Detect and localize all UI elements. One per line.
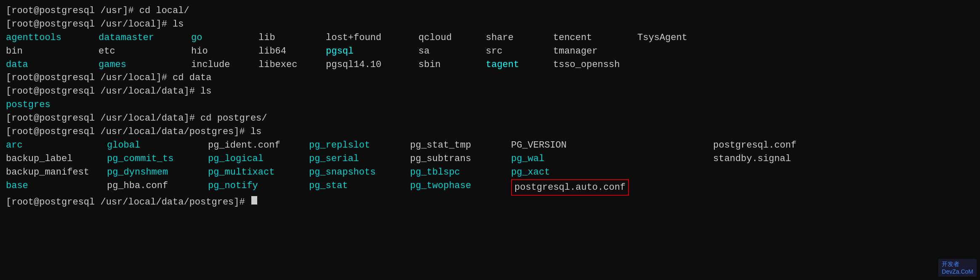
ls-item-include: include: [191, 58, 258, 72]
ls-item: pg_subtrans: [410, 152, 511, 166]
ls-item: tmanager: [553, 45, 637, 58]
ls-item: src: [486, 45, 553, 58]
prompt-final: [root@postgresql /usr/local/data/postgre…: [6, 196, 250, 209]
terminal: [root@postgresql /usr]# cd local/ [root@…: [0, 0, 980, 280]
cmd-4: ls: [200, 85, 211, 98]
cmd-line-4: [root@postgresql /usr/local/data]# ls: [6, 85, 974, 98]
ls-item: tsso_openssh: [553, 58, 637, 72]
ls-item: datamaster: [99, 31, 191, 45]
pg-ls-row-1: arc global pg_ident.conf pg_replslot pg_…: [6, 139, 974, 152]
ls-item: base: [6, 179, 107, 196]
cursor: [251, 196, 257, 205]
ls-item: standby.signal: [713, 152, 856, 166]
cmd-2: ls: [173, 18, 184, 31]
ls-item: agenttools: [6, 31, 99, 45]
ls-item: pg_stat: [309, 179, 410, 196]
cmd-6: ls: [250, 125, 261, 139]
ls-item: tencent: [553, 31, 637, 45]
watermark: 开发者 DevZa.CoM: [938, 259, 977, 277]
ls-item: backup_label: [6, 152, 107, 166]
ls-item: global: [107, 139, 208, 152]
pg-ls-row-3: backup_manifest pg_dynshmem pg_multixact…: [6, 166, 974, 179]
ls-item: pg_tblspc: [410, 166, 511, 179]
cmd-line-3: [root@postgresql /usr/local]# cd data: [6, 71, 974, 85]
ls-item: lost+found: [326, 31, 418, 45]
ls-item: games: [99, 58, 191, 72]
ls-item: libexec: [258, 58, 326, 72]
prompt-6: [root@postgresql /usr/local/data/postgre…: [6, 125, 250, 139]
cmd-line-1: [root@postgresql /usr]# cd local/: [6, 4, 974, 18]
ls-item: etc: [99, 45, 191, 58]
ls-item-highlighted: postgresql.auto.conf: [511, 179, 629, 196]
prompt-1: [root@postgresql /usr]#: [6, 4, 139, 18]
cmd-5: cd postgres/: [200, 112, 267, 125]
ls-item: pg_wal: [511, 152, 612, 166]
cmd-line-6: [root@postgresql /usr/local/data/postgre…: [6, 125, 974, 139]
ls-item: share: [486, 31, 553, 45]
watermark-line1: 开发者: [942, 261, 973, 268]
ls-item: data: [6, 58, 99, 72]
ls-row-3: data games include libexec pgsql14.10 sb…: [6, 58, 974, 72]
ls-postgres-row: postgres: [6, 98, 974, 112]
ls-item: pgsql: [326, 45, 418, 58]
ls-item: arc: [6, 139, 107, 152]
cmd-line-5: [root@postgresql /usr/local/data]# cd po…: [6, 112, 974, 125]
ls-item: pg_serial: [309, 152, 410, 166]
ls-row-1: agenttools datamaster go lib lost+found …: [6, 31, 974, 45]
ls-item: TsysAgent: [637, 31, 722, 45]
ls-item: pg_stat_tmp: [410, 139, 511, 152]
ls-item: go: [191, 31, 258, 45]
prompt-3: [root@postgresql /usr/local]#: [6, 71, 173, 85]
ls-item: pg_dynshmem: [107, 166, 208, 179]
ls-item: pg_replslot: [309, 139, 410, 152]
prompt-5: [root@postgresql /usr/local/data]#: [6, 112, 200, 125]
ls-item: PG_VERSION: [511, 139, 612, 152]
ls-item: hio: [191, 45, 258, 58]
ls-item: pg_commit_ts: [107, 152, 208, 166]
ls-item: pg_xact: [511, 166, 612, 179]
ls-item: pg_notify: [208, 179, 309, 196]
prompt-4: [root@postgresql /usr/local/data]#: [6, 85, 200, 98]
cmd-line-2: [root@postgresql /usr/local]# ls: [6, 18, 974, 31]
cmd-line-final: [root@postgresql /usr/local/data/postgre…: [6, 196, 974, 209]
ls-item: pg_ident.conf: [208, 139, 309, 152]
ls-item: tagent: [486, 58, 553, 72]
ls-item: lib64: [258, 45, 326, 58]
ls-item: pg_twophase: [410, 179, 511, 196]
watermark-line2: DevZa.CoM: [942, 268, 973, 275]
ls-item: postgresql.conf: [713, 139, 856, 152]
ls-item: pg_logical: [208, 152, 309, 166]
ls-item: pgsql14.10: [326, 58, 418, 72]
pg-ls-row-2: backup_label pg_commit_ts pg_logical pg_…: [6, 152, 974, 166]
pg-ls-row-4: base pg_hba.conf pg_notify pg_stat pg_tw…: [6, 179, 974, 196]
ls-item: bin: [6, 45, 99, 58]
ls-item: pg_multixact: [208, 166, 309, 179]
ls-item: sa: [418, 45, 486, 58]
ls-item-postgres: postgres: [6, 98, 51, 112]
ls-item: pg_snapshots: [309, 166, 410, 179]
ls-item: pg_hba.conf: [107, 179, 208, 196]
ls-row-2: bin etc hio lib64 pgsql sa src tmanager: [6, 45, 974, 58]
ls-item: qcloud: [418, 31, 486, 45]
cmd-3: cd data: [173, 71, 211, 85]
ls-item: [612, 139, 713, 152]
ls-item: sbin: [418, 58, 486, 72]
prompt-2: [root@postgresql /usr/local]#: [6, 18, 173, 31]
ls-item: backup_manifest: [6, 166, 107, 179]
ls-item: lib: [258, 31, 326, 45]
ls-item: [612, 152, 713, 166]
cmd-1: cd local/: [139, 4, 189, 18]
